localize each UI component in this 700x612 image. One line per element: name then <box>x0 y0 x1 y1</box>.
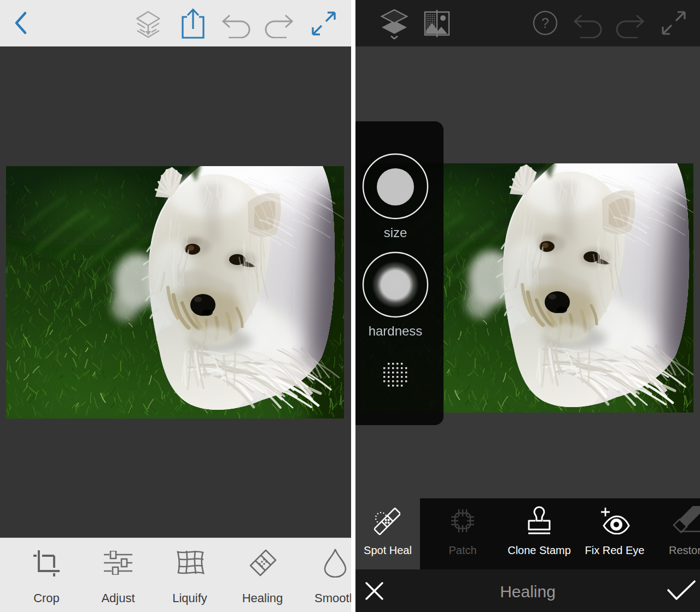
svg-text:?: ? <box>541 15 549 31</box>
